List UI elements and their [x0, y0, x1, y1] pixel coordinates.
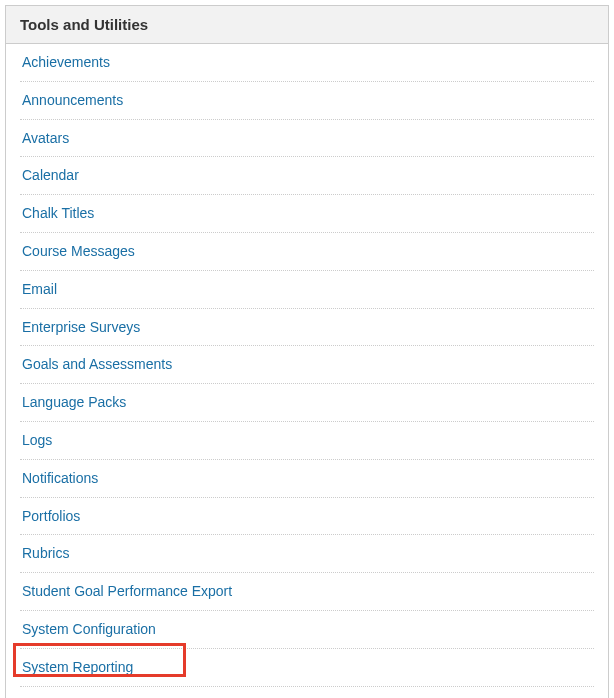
link-logs[interactable]: Logs: [20, 422, 594, 459]
list-item: Language Packs: [20, 384, 594, 422]
link-announcements[interactable]: Announcements: [20, 82, 594, 119]
link-calendar[interactable]: Calendar: [20, 157, 594, 194]
list-item: Goals and Assessments: [20, 346, 594, 384]
list-item: Enterprise Surveys: [20, 309, 594, 347]
link-rubrics[interactable]: Rubrics: [20, 535, 594, 572]
list-item: Rubrics: [20, 535, 594, 573]
link-chalk-titles[interactable]: Chalk Titles: [20, 195, 594, 232]
list-item: Tools: [20, 687, 594, 698]
list-item: Calendar: [20, 157, 594, 195]
link-system-reporting[interactable]: System Reporting: [20, 649, 594, 686]
list-item: Student Goal Performance Export: [20, 573, 594, 611]
link-language-packs[interactable]: Language Packs: [20, 384, 594, 421]
tools-utilities-panel: Tools and Utilities Achievements Announc…: [5, 5, 609, 698]
list-item: Email: [20, 271, 594, 309]
list-item: Course Messages: [20, 233, 594, 271]
link-avatars[interactable]: Avatars: [20, 120, 594, 157]
list-item: Announcements: [20, 82, 594, 120]
panel-title: Tools and Utilities: [6, 6, 608, 44]
link-tools[interactable]: Tools: [20, 687, 594, 698]
link-email[interactable]: Email: [20, 271, 594, 308]
list-item: Achievements: [20, 44, 594, 82]
link-course-messages[interactable]: Course Messages: [20, 233, 594, 270]
link-portfolios[interactable]: Portfolios: [20, 498, 594, 535]
tools-utilities-wrapper: Tools and Utilities Achievements Announc…: [5, 5, 609, 698]
link-goals-assessments[interactable]: Goals and Assessments: [20, 346, 594, 383]
link-achievements[interactable]: Achievements: [20, 44, 594, 81]
list-item: Logs: [20, 422, 594, 460]
link-system-configuration[interactable]: System Configuration: [20, 611, 594, 648]
list-item: Avatars: [20, 120, 594, 158]
list-item: System Configuration: [20, 611, 594, 649]
link-enterprise-surveys[interactable]: Enterprise Surveys: [20, 309, 594, 346]
list-item: Portfolios: [20, 498, 594, 536]
list-item: Notifications: [20, 460, 594, 498]
link-student-goal-performance-export[interactable]: Student Goal Performance Export: [20, 573, 594, 610]
list-item: System Reporting: [20, 649, 594, 687]
link-notifications[interactable]: Notifications: [20, 460, 594, 497]
list-item: Chalk Titles: [20, 195, 594, 233]
panel-body: Achievements Announcements Avatars Calen…: [6, 44, 608, 698]
